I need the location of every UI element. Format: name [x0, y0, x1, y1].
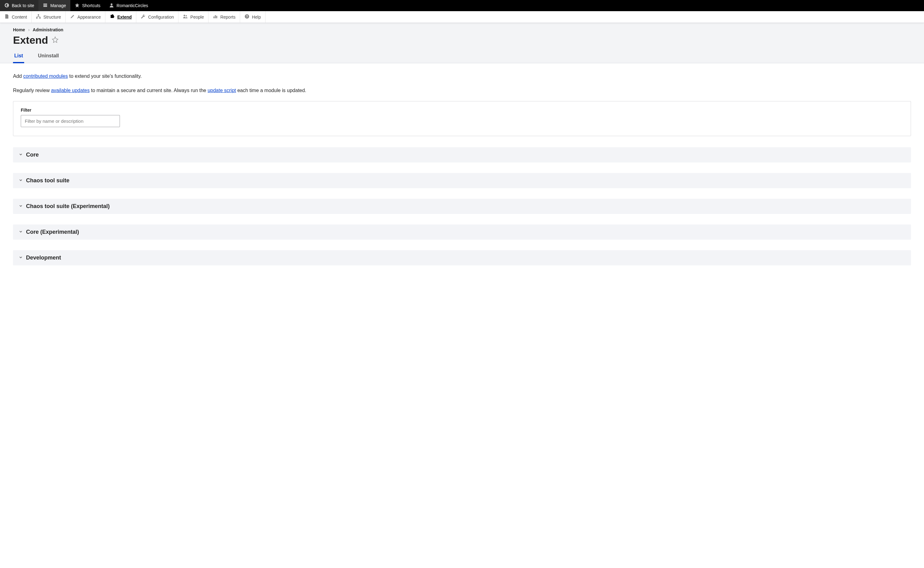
tabs: List Uninstall: [0, 46, 924, 63]
nav-people[interactable]: People: [178, 11, 208, 23]
filter-label: Filter: [21, 107, 903, 113]
breadcrumb-home[interactable]: Home: [13, 27, 25, 32]
chevron-down-icon: [19, 255, 23, 261]
bar-chart-icon: [213, 14, 218, 20]
section-title: Core (Experimental): [26, 229, 79, 235]
manage-button[interactable]: Manage: [38, 0, 70, 11]
manage-label: Manage: [50, 3, 66, 8]
user-icon: [109, 3, 114, 9]
file-icon: [5, 14, 9, 20]
intro-p2-post: each time a module is updated.: [236, 88, 306, 93]
user-menu-button[interactable]: RomanticCircles: [105, 0, 152, 11]
shortcuts-label: Shortcuts: [82, 3, 100, 8]
module-section[interactable]: Core (Experimental): [13, 225, 911, 240]
shortcuts-button[interactable]: Shortcuts: [70, 0, 105, 11]
wrench-icon: [141, 14, 146, 20]
nav-reports-label: Reports: [220, 15, 235, 20]
nav-appearance-label: Appearance: [77, 15, 101, 20]
module-section[interactable]: Chaos tool suite (Experimental): [13, 199, 911, 214]
help-icon: ?: [244, 14, 249, 20]
svg-point-1: [111, 3, 113, 5]
module-section[interactable]: Development: [13, 250, 911, 265]
tab-uninstall[interactable]: Uninstall: [36, 53, 60, 63]
module-sections: CoreChaos tool suiteChaos tool suite (Ex…: [13, 147, 911, 265]
nav-appearance[interactable]: Appearance: [66, 11, 106, 23]
section-title: Chaos tool suite (Experimental): [26, 203, 110, 210]
svg-rect-4: [39, 17, 41, 19]
svg-point-5: [184, 15, 185, 17]
nav-content-label: Content: [12, 15, 27, 20]
nav-help[interactable]: ? Help: [240, 11, 265, 23]
toolbar-top: Back to site Manage Shortcuts RomanticCi…: [0, 0, 924, 11]
chevron-down-icon: [19, 152, 23, 158]
back-to-site-label: Back to site: [12, 3, 34, 8]
puzzle-icon: [110, 14, 115, 20]
nav-configuration[interactable]: Configuration: [136, 11, 178, 23]
toolbar-admin: Content Structure Appearance Extend Conf…: [0, 11, 924, 23]
svg-point-6: [185, 15, 187, 17]
filter-input[interactable]: [21, 115, 120, 127]
content-region: Add contributed modules to extend your s…: [0, 63, 924, 568]
section-title: Development: [26, 255, 61, 261]
nav-extend[interactable]: Extend: [106, 11, 136, 23]
svg-rect-8: [215, 15, 216, 18]
section-title: Chaos tool suite: [26, 177, 69, 184]
filter-box: Filter: [13, 101, 911, 136]
available-updates-link[interactable]: available updates: [51, 88, 90, 93]
intro-text: Add contributed modules to extend your s…: [13, 73, 911, 94]
star-icon: [75, 3, 80, 9]
contributed-modules-link[interactable]: contributed modules: [23, 74, 68, 79]
nav-help-label: Help: [252, 15, 261, 20]
nav-configuration-label: Configuration: [148, 15, 174, 20]
svg-point-0: [5, 3, 9, 8]
nav-structure[interactable]: Structure: [32, 11, 66, 23]
svg-rect-3: [36, 17, 38, 19]
module-section[interactable]: Core: [13, 147, 911, 162]
intro-p2-mid: to maintain a secure and current site. A…: [90, 88, 208, 93]
nav-content[interactable]: Content: [0, 11, 32, 23]
tab-list[interactable]: List: [13, 53, 24, 63]
chevron-down-icon: [19, 204, 23, 209]
favorite-star-icon[interactable]: [52, 36, 59, 44]
svg-rect-7: [214, 17, 214, 18]
nav-people-label: People: [190, 15, 204, 20]
svg-rect-2: [38, 14, 39, 15]
nav-structure-label: Structure: [44, 15, 61, 20]
update-script-link[interactable]: update script: [208, 88, 236, 93]
breadcrumb-administration[interactable]: Administration: [33, 27, 63, 32]
hamburger-icon: [43, 3, 48, 9]
breadcrumb-separator: ›: [28, 27, 30, 32]
svg-text:?: ?: [246, 15, 248, 18]
nav-extend-label: Extend: [117, 15, 132, 20]
intro-line-2: Regularly review available updates to ma…: [13, 87, 911, 94]
back-to-site-button[interactable]: Back to site: [0, 0, 38, 11]
chevron-down-icon: [19, 230, 23, 235]
chevron-down-icon: [19, 178, 23, 184]
nav-reports[interactable]: Reports: [208, 11, 240, 23]
intro-p1-pre: Add: [13, 74, 23, 79]
page-title-row: Extend: [0, 32, 924, 46]
module-section[interactable]: Chaos tool suite: [13, 173, 911, 188]
user-label: RomanticCircles: [116, 3, 148, 8]
people-icon: [183, 14, 188, 20]
intro-line-1: Add contributed modules to extend your s…: [13, 73, 911, 80]
intro-p1-post: to extend your site's functionality.: [68, 74, 142, 79]
breadcrumb: Home › Administration: [0, 23, 924, 32]
chevron-left-circle-icon: [5, 3, 9, 9]
section-title: Core: [26, 152, 39, 158]
intro-p2-pre: Regularly review: [13, 88, 51, 93]
paintbrush-icon: [70, 14, 75, 20]
svg-rect-9: [216, 16, 217, 18]
sitemap-icon: [36, 14, 41, 20]
page-title: Extend: [13, 34, 48, 46]
